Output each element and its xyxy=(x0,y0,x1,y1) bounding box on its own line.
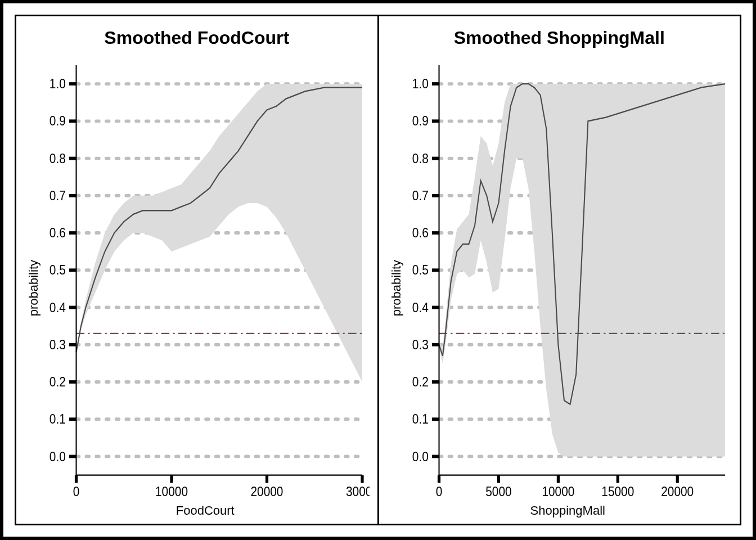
panel-foodcourt: Smoothed FoodCourt probability 0.00.10.2… xyxy=(15,15,379,525)
plot-wrap: probability 0.00.10.20.30.40.50.60.70.80… xyxy=(387,57,732,519)
svg-text:0.7: 0.7 xyxy=(412,188,428,203)
plot-column: 0.00.10.20.30.40.50.60.70.80.91.00100002… xyxy=(41,57,370,519)
svg-text:0.9: 0.9 xyxy=(50,114,66,128)
x-axis-label: FoodCourt xyxy=(41,501,370,519)
svg-text:0.6: 0.6 xyxy=(412,226,428,240)
svg-text:0: 0 xyxy=(435,484,442,499)
plot-svg-shoppingmall: 0.00.10.20.30.40.50.60.70.80.91.00500010… xyxy=(404,57,732,501)
svg-text:1.0: 1.0 xyxy=(412,76,428,91)
x-axis-label: ShoppingMall xyxy=(404,501,732,519)
svg-text:0.8: 0.8 xyxy=(412,151,428,166)
svg-text:0.4: 0.4 xyxy=(412,300,428,315)
svg-text:0.4: 0.4 xyxy=(50,300,66,315)
plot-svg-foodcourt: 0.00.10.20.30.40.50.60.70.80.91.00100002… xyxy=(41,57,370,501)
svg-text:20000: 20000 xyxy=(661,484,694,499)
svg-text:0.3: 0.3 xyxy=(50,338,66,352)
svg-text:0.2: 0.2 xyxy=(412,375,428,389)
y-axis-label: probability xyxy=(24,260,41,316)
plot-column: 0.00.10.20.30.40.50.60.70.80.91.00500010… xyxy=(404,57,732,519)
svg-text:0.1: 0.1 xyxy=(412,412,428,426)
panel-row: Smoothed FoodCourt probability 0.00.10.2… xyxy=(15,15,741,525)
svg-text:10000: 10000 xyxy=(542,484,574,499)
svg-text:0.0: 0.0 xyxy=(50,449,66,464)
panel-shoppingmall: Smoothed ShoppingMall probability 0.00.1… xyxy=(379,15,742,525)
svg-text:5000: 5000 xyxy=(485,484,511,499)
svg-text:0.5: 0.5 xyxy=(50,263,66,277)
panel-title: Smoothed FoodCourt xyxy=(24,28,370,48)
svg-text:0.1: 0.1 xyxy=(50,412,66,426)
svg-text:20000: 20000 xyxy=(251,484,284,499)
svg-text:0: 0 xyxy=(73,484,80,499)
y-axis-label: probability xyxy=(387,260,404,316)
plot-wrap: probability 0.00.10.20.30.40.50.60.70.80… xyxy=(24,57,370,519)
svg-text:10000: 10000 xyxy=(155,484,188,499)
svg-text:15000: 15000 xyxy=(601,484,634,499)
svg-text:0.3: 0.3 xyxy=(412,338,428,352)
panel-title: Smoothed ShoppingMall xyxy=(387,28,732,48)
svg-text:0.0: 0.0 xyxy=(412,449,428,464)
svg-text:0.2: 0.2 xyxy=(50,375,66,389)
svg-text:0.9: 0.9 xyxy=(412,114,428,128)
svg-text:0.5: 0.5 xyxy=(412,263,428,277)
svg-text:0.6: 0.6 xyxy=(50,226,66,240)
svg-text:30000: 30000 xyxy=(346,484,369,499)
svg-text:1.0: 1.0 xyxy=(50,76,66,91)
svg-text:0.8: 0.8 xyxy=(50,151,66,166)
figure-frame: Smoothed FoodCourt probability 0.00.10.2… xyxy=(0,0,756,540)
svg-text:0.7: 0.7 xyxy=(50,188,66,203)
